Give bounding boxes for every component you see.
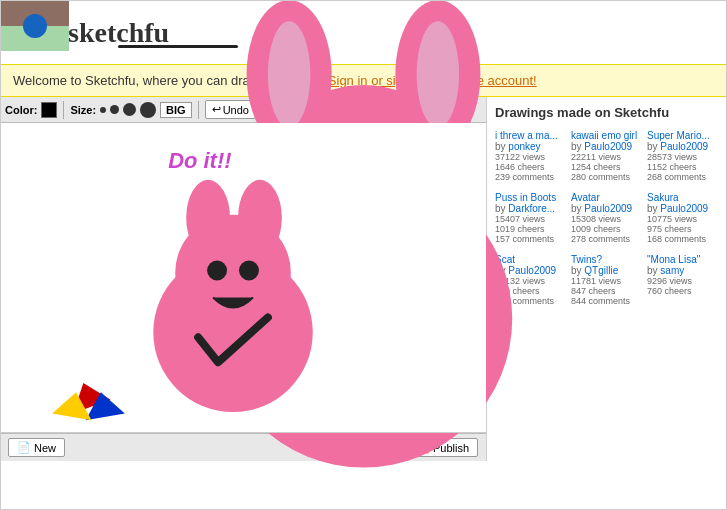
- drawing-thumbnail[interactable]: [0, 0, 727, 461]
- drawings-row: Scatby Paulo200913132 views969 cheers167…: [495, 252, 719, 306]
- drawing-item: "Mona Lisa"by samy9296 views760 cheers: [647, 252, 715, 306]
- drawings-grid: i threw a ma...by ponkey37122 views1646 …: [495, 128, 719, 306]
- sidebar: Drawings made on Sketchfu i threw a ma..…: [487, 97, 727, 461]
- svg-point-49: [23, 14, 47, 38]
- main-content: Color: Size: BIG ↩ Undo ▶ Replay ◀ 16x s…: [0, 97, 727, 461]
